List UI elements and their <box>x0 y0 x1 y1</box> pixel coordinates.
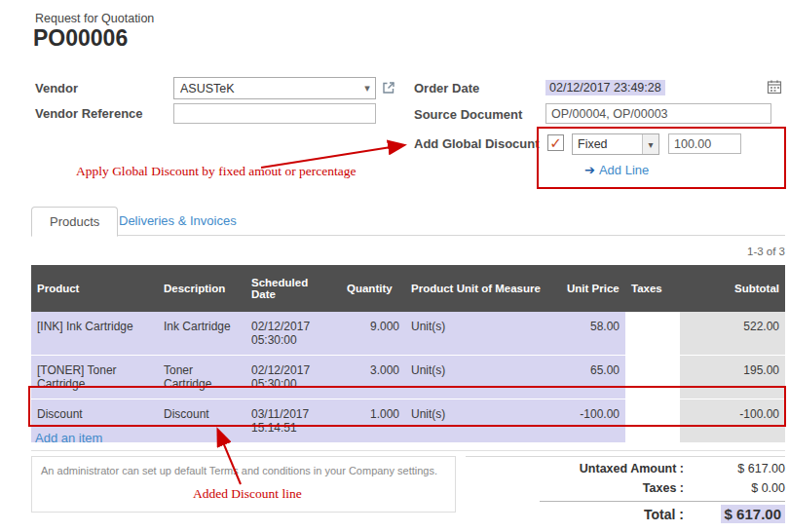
col-product[interactable]: Product <box>31 265 158 312</box>
vendor-reference-label: Vendor Reference <box>35 106 143 121</box>
select-dropdown-arrow-icon[interactable]: ▾ <box>642 134 658 154</box>
cell-scheduled-date[interactable]: 03/11/2017 15:14:51 <box>245 399 341 443</box>
untaxed-amount-label: Untaxed Amount : <box>468 462 684 475</box>
cell-subtotal[interactable]: 195.00 <box>680 356 785 399</box>
cell-quantity[interactable]: 1.000 <box>341 399 405 443</box>
calendar-icon[interactable] <box>767 79 782 95</box>
cell-uom[interactable]: Unit(s) <box>405 356 561 399</box>
cell-product[interactable]: [TONER] Toner Cartridge <box>31 356 158 399</box>
page-title: PO00006 <box>33 25 128 52</box>
global-discount-checkbox[interactable]: ✓ <box>547 134 564 151</box>
tab-deliveries-invoices[interactable]: Deliveries & Invoices <box>119 213 237 228</box>
terms-note: An administrator can set up default Term… <box>31 456 456 513</box>
cell-description[interactable]: Toner Cartridge <box>158 356 245 399</box>
untaxed-amount-value: $ 617.00 <box>688 462 785 475</box>
source-document-input[interactable] <box>545 103 771 124</box>
table-row-discount[interactable]: Discount Discount 03/11/2017 15:14:51 1.… <box>31 399 785 443</box>
total-value-highlight: $ 617.00 <box>721 505 785 523</box>
external-link-icon[interactable] <box>381 80 396 95</box>
add-an-item-link[interactable]: Add an item <box>35 431 102 445</box>
total-value: $ 617.00 <box>688 506 785 522</box>
add-line-arrow-icon: ➔ <box>584 163 595 177</box>
cell-scheduled-date[interactable]: 02/12/2017 05:30:00 <box>245 312 341 356</box>
col-uom[interactable]: Product Unit of Measure <box>405 265 561 312</box>
cell-subtotal[interactable]: -100.00 <box>680 399 785 443</box>
order-date-value[interactable]: 02/12/2017 23:49:28 <box>545 80 665 95</box>
table-row-ink[interactable]: [INK] Ink Cartridge Ink Cartridge 02/12/… <box>31 312 785 356</box>
table-row-toner[interactable]: [TONER] Toner Cartridge Toner Cartridge … <box>31 356 785 399</box>
cell-uom[interactable]: Unit(s) <box>405 399 561 443</box>
cell-product[interactable]: [INK] Ink Cartridge <box>31 312 158 356</box>
cell-taxes[interactable] <box>625 399 680 443</box>
cell-uom[interactable]: Unit(s) <box>405 312 561 356</box>
order-lines-table: Product Description Scheduled Date Quant… <box>31 265 785 443</box>
global-discount-label: Add Global Disocunt <box>414 136 540 151</box>
tab-products[interactable]: Products <box>31 207 118 237</box>
cell-quantity[interactable]: 9.000 <box>341 312 405 356</box>
col-unit-price[interactable]: Unit Price <box>561 265 625 312</box>
doc-type-label: Request for Quotation <box>35 12 154 25</box>
cell-unit-price[interactable]: 58.00 <box>561 312 625 356</box>
annotation-added-note: Added Discount line <box>193 486 302 502</box>
col-subtotal[interactable]: Subtotal <box>680 265 785 312</box>
cell-subtotal[interactable]: 522.00 <box>680 312 785 356</box>
order-date-label: Order Date <box>414 81 479 95</box>
add-line-label: Add Line <box>599 163 649 177</box>
col-quantity[interactable]: Quantity <box>341 265 405 312</box>
cell-taxes[interactable] <box>625 312 680 356</box>
taxes-label: Taxes : <box>468 481 684 495</box>
table-header-row: Product Description Scheduled Date Quant… <box>31 265 785 312</box>
cell-unit-price[interactable]: -100.00 <box>561 399 625 443</box>
table-bottom-divider <box>31 450 785 451</box>
taxes-value: $ 0.00 <box>688 481 785 495</box>
total-divider <box>540 501 785 502</box>
discount-type-select[interactable]: Fixed ▾ <box>572 133 659 155</box>
totals-top-divider <box>466 456 785 457</box>
cell-quantity[interactable]: 3.000 <box>341 356 405 399</box>
add-line-button[interactable]: ➔Add Line <box>584 163 649 177</box>
discount-type-value: Fixed <box>573 137 642 151</box>
source-document-label: Source Document <box>414 107 522 122</box>
vendor-label: Vendor <box>35 81 78 95</box>
total-label: Total : <box>468 507 684 522</box>
cell-description[interactable]: Ink Cartridge <box>158 312 245 356</box>
cell-taxes[interactable] <box>625 356 680 399</box>
vendor-reference-input[interactable] <box>173 103 376 124</box>
cell-description[interactable]: Discount <box>158 399 245 443</box>
col-scheduled-date[interactable]: Scheduled Date <box>245 265 341 312</box>
checkmark-icon: ✓ <box>548 135 563 150</box>
col-description[interactable]: Description <box>158 265 245 312</box>
vendor-dropdown-arrow-icon[interactable]: ▾ <box>359 82 375 95</box>
cell-unit-price[interactable]: 65.00 <box>561 356 625 399</box>
discount-amount-input[interactable] <box>668 133 741 154</box>
vendor-combobox[interactable]: ▾ <box>173 77 376 99</box>
rfq-page: Request for Quotation PO00006 Vendor ▾ V… <box>0 0 789 532</box>
cell-scheduled-date[interactable]: 02/12/2017 05:30:00 <box>245 356 341 399</box>
vendor-input[interactable] <box>174 78 359 98</box>
pager: 1-3 of 3 <box>747 246 785 257</box>
annotation-apply-note: Apply Global Discount by fixed amout or … <box>76 164 357 179</box>
col-taxes[interactable]: Taxes <box>625 265 680 312</box>
